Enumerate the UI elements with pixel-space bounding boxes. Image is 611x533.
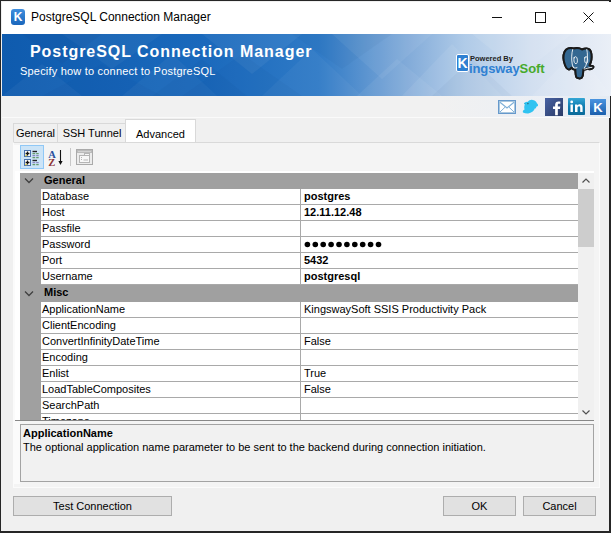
svg-text:Z: Z: [48, 157, 55, 168]
svg-text:K: K: [593, 100, 603, 115]
